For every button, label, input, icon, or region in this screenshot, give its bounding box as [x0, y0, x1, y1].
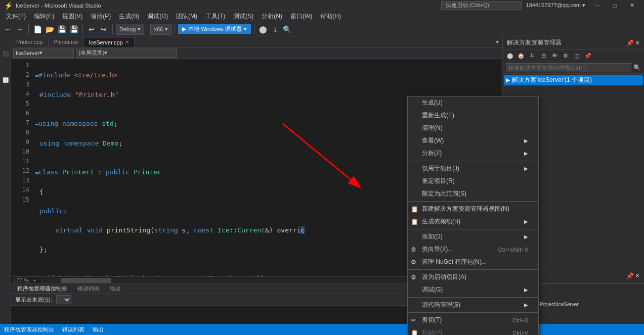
menu-edit[interactable]: 编辑(E) — [30, 11, 58, 22]
toolbar-forward[interactable]: → — [14, 24, 25, 35]
tab-iceserver-cpp[interactable]: IceServer.cpp ✕ — [84, 37, 135, 47]
platform-dropdown[interactable]: x86 ▾ — [150, 24, 171, 35]
scope-bar: IceServer ▾ (全局范围) ▾ — [11, 47, 502, 59]
ctx-analyze[interactable]: 分析(Z)▶ — [408, 147, 538, 160]
menu-analyze[interactable]: 分析(N) — [257, 11, 286, 22]
ctx-paste[interactable]: 📋 粘贴(P)Ctrl+V — [408, 326, 538, 335]
ctx-rebuild[interactable]: 重新生成(E) — [408, 109, 538, 122]
solution-explorer-search: 🔍 — [503, 62, 644, 74]
ctx-nuget[interactable]: ⚙ 管理 NuGet 程序包(N)... — [408, 256, 538, 268]
line-numbers: 1 2 3 4 5 6 7 8 9 10 11 12 13 14 15 — [11, 59, 31, 276]
ctx-retarget[interactable]: 重定项目(R) — [408, 175, 538, 187]
ctx-view[interactable]: 查看(W)▶ — [408, 134, 538, 147]
left-sidebar: ⬛ ⬜ — [0, 36, 11, 324]
tab-package-manager[interactable]: 程序包管理器控制台 — [13, 284, 71, 294]
solution-label: 解决方案'IceServer'(1 个项目) — [512, 76, 592, 84]
solution-search-input[interactable] — [506, 63, 631, 72]
status-output[interactable]: 输出 — [93, 326, 104, 333]
ctx-cut[interactable]: ✂ 剪切(T)Ctrl+X — [408, 314, 538, 326]
menu-view[interactable]: 视图(V) — [58, 11, 87, 22]
status-package-mgr[interactable]: 程序包管理器控制台 — [4, 326, 54, 333]
menu-team[interactable]: 团队(M) — [172, 11, 201, 22]
tab-printer-ice[interactable]: Printer.ice — [49, 37, 84, 47]
menu-build[interactable]: 生成(B) — [115, 11, 143, 22]
run-button[interactable]: ▶ 本地 Windows 调试器 ▾ — [178, 24, 251, 34]
tab-error-list[interactable]: 错误列表 — [73, 284, 104, 294]
se-btn-home[interactable]: 🏠 — [516, 51, 526, 61]
output-source-select[interactable] — [56, 295, 71, 304]
tab-output[interactable]: 输出 — [106, 284, 125, 294]
tree-solution-root[interactable]: ▶ 解决方案'IceServer'(1 个项目) — [504, 75, 643, 85]
toolbar-redo[interactable]: ↪ — [98, 24, 109, 35]
toolbar-save[interactable]: 💾 — [56, 24, 67, 35]
se-close-icon[interactable]: ✕ — [635, 39, 640, 46]
ctx-scope[interactable]: 限定为此范围(S) — [408, 187, 538, 200]
ctx-sep6 — [408, 312, 538, 313]
solution-explorer-header: 解决方案资源管理器 📌 ✕ — [503, 36, 644, 50]
ctx-new-view[interactable]: 📋 新建解决方案资源管理器视图(N) — [408, 203, 538, 215]
status-bar: 程序包管理器控制台 错误列表 输出 — [0, 324, 644, 335]
menu-help[interactable]: 帮助(H) — [316, 11, 345, 22]
ctx-sep3 — [408, 229, 538, 229]
prop-pin-icon[interactable]: 📌 — [626, 272, 634, 281]
toolbar-search[interactable]: 🔍 — [282, 24, 293, 35]
se-btn-show-all[interactable]: 👁 — [549, 51, 560, 61]
se-pin-icon[interactable]: 📌 — [626, 39, 634, 46]
h-scrollbar-thumb[interactable] — [61, 278, 111, 283]
ctx-sep1 — [408, 161, 538, 161]
ctx-wizard-icon: ⚙ — [411, 246, 416, 253]
ctx-set-startup[interactable]: ⚙ 设为启动项目(A) — [408, 271, 538, 283]
toolbar-back[interactable]: ← — [2, 24, 13, 35]
menu-project[interactable]: 项目(P) — [87, 11, 115, 22]
ctx-build[interactable]: 生成(U) — [408, 97, 538, 109]
search-box[interactable]: 快速启动 (Ctrl+Q) — [441, 1, 522, 10]
sidebar-server-explorer[interactable]: ⬛ — [1, 38, 11, 69]
ctx-dependencies[interactable]: 📋 生成依赖项(B)▶ — [408, 215, 538, 228]
close-button[interactable]: ✕ — [624, 0, 640, 11]
menu-file[interactable]: 文件(F) — [2, 11, 30, 22]
minimize-button[interactable]: ─ — [589, 0, 606, 11]
ctx-add[interactable]: 添加(D)▶ — [408, 230, 538, 243]
toolbar-breakpoint[interactable]: ⬤ — [257, 24, 269, 35]
se-btn-filter[interactable]: ⚙ — [561, 51, 571, 61]
toolbar-saveall[interactable]: 💾 — [68, 24, 79, 35]
toolbar: ← → 📄 📂 💾 💾 ↩ ↪ Debug ▾ - x86 ▾ ▶ 本地 Win… — [0, 22, 644, 36]
status-error-list[interactable]: 错误列表 — [62, 326, 84, 333]
menu-tools[interactable]: 工具(T) — [201, 11, 229, 22]
ctx-clean[interactable]: 清理(N) — [408, 122, 538, 134]
ctx-startup-icon: ⚙ — [411, 274, 416, 281]
class-scope-dropdown[interactable]: IceServer ▾ — [13, 49, 74, 58]
toolbar-undo[interactable]: ↩ — [86, 24, 97, 35]
vs-icon: ⚡ — [4, 2, 13, 10]
config-dropdown[interactable]: Debug ▾ — [116, 24, 144, 35]
toolbar-open[interactable]: 📂 — [44, 24, 55, 35]
menu-window[interactable]: 窗口(W) — [286, 11, 316, 22]
ctx-project-only[interactable]: 仅用于项目(J)▶ — [408, 162, 538, 175]
window-controls: ─ □ ✕ — [589, 0, 640, 11]
tab-printer-cpp[interactable]: Printer.cpp — [11, 37, 49, 47]
ctx-sep2 — [408, 201, 538, 202]
show-output-label: 显示出来源(S): — [15, 296, 52, 304]
tab-dropdown-button[interactable]: ▾ — [492, 37, 502, 47]
toolbar-sep4 — [175, 24, 175, 34]
ctx-class-wizard[interactable]: ⚙ 类向导(Z)...Ctrl+Shift+X — [408, 243, 538, 256]
se-btn-view[interactable]: ◫ — [572, 51, 582, 61]
menu-test[interactable]: 测试(S) — [229, 11, 257, 22]
se-btn-sync[interactable]: ⬤ — [505, 51, 515, 61]
toolbar-new[interactable]: 📄 — [32, 24, 43, 35]
toolbar-sep2 — [82, 24, 83, 34]
toolbar-sep3 — [112, 24, 113, 34]
se-btn-refresh[interactable]: ↻ — [527, 51, 537, 61]
prop-close-icon[interactable]: ✕ — [635, 272, 640, 281]
sidebar-toolbox[interactable]: ⬜ — [1, 75, 11, 85]
se-btn-collapse[interactable]: ⊟ — [538, 51, 548, 61]
restore-button[interactable]: □ — [607, 0, 623, 11]
tab-close-icon[interactable]: ✕ — [125, 39, 129, 45]
member-scope-dropdown[interactable]: (全局范围) ▾ — [76, 49, 177, 58]
menu-debug[interactable]: 调试(D) — [143, 11, 172, 22]
title-bar: ⚡ IceServer - Microsoft Visual Studio 快速… — [0, 0, 644, 11]
toolbar-step[interactable]: ⤵ — [270, 24, 281, 35]
ctx-debug[interactable]: 调试(G)▶ — [408, 283, 538, 296]
ctx-source-control[interactable]: 源代码管理(S)▶ — [408, 299, 538, 311]
se-btn-pin2[interactable]: 📌 — [583, 51, 593, 61]
